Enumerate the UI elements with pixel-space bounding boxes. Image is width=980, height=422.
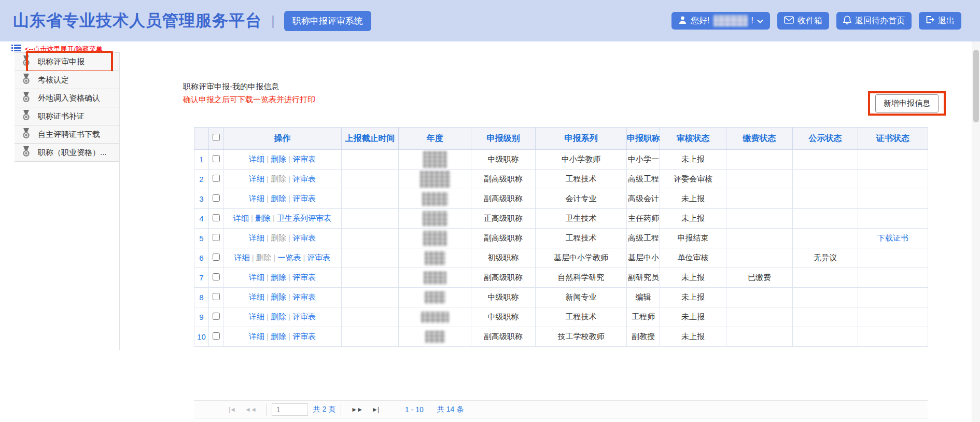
op-delete-link[interactable]: 删除 [271, 273, 286, 282]
row-checkbox[interactable] [213, 234, 220, 241]
first-page-button[interactable]: |◄ [229, 406, 235, 413]
op-detail-link[interactable]: 详细 [249, 273, 264, 282]
year-cell [399, 327, 471, 347]
payment-status-cell [726, 150, 793, 170]
row-checkbox[interactable] [213, 293, 220, 300]
sidebar-item-label: 职称证书补证 [38, 111, 85, 121]
op-delete-link[interactable]: 删除 [271, 292, 286, 301]
op-review-form-link[interactable]: 评审表 [292, 233, 316, 242]
op-delete-link[interactable]: 删除 [271, 332, 286, 341]
record-range-label: 1 - 10 [405, 405, 424, 414]
sidebar-item-2[interactable]: 考核认定 [15, 71, 119, 89]
sidebar-item-6[interactable]: 职称（职业资格）... [15, 144, 119, 162]
op-review-form-link[interactable]: 评审表 [292, 273, 316, 282]
last-page-button[interactable]: ►| [372, 406, 379, 413]
sidebar-item-3[interactable]: 外地调入资格确认 [15, 89, 119, 107]
add-declaration-button[interactable]: 新增申报信息 [875, 94, 939, 112]
op-review-form-link[interactable]: 评审表 [292, 312, 316, 321]
redacted-year [423, 151, 447, 168]
op-list-form-link[interactable]: 一览表 [277, 253, 301, 262]
row-select-cell [209, 327, 223, 347]
op-detail-link[interactable]: 详细 [234, 253, 250, 262]
operations-cell: 详细|删除|卫生系列评审表 [223, 209, 342, 229]
screen: 山东省专业技术人员管理服务平台 | 职称申报评审系统 您好! ! 收件箱 [0, 0, 980, 422]
op-separator: | [288, 194, 290, 203]
sidebar-item-4[interactable]: 职称证书补证 [15, 107, 119, 125]
medal-icon [22, 92, 30, 105]
op-detail-link[interactable]: 详细 [249, 332, 264, 341]
certificate-cell [858, 170, 928, 189]
op-separator: | [303, 253, 305, 262]
op-review-form-link[interactable]: 评审表 [292, 174, 316, 183]
title-divider: | [271, 13, 275, 29]
row-checkbox[interactable] [213, 175, 220, 182]
row-checkbox[interactable] [213, 273, 220, 280]
op-detail-link[interactable]: 详细 [249, 233, 264, 242]
series-cell: 技工学校教师 [536, 327, 627, 347]
row-checkbox[interactable] [213, 313, 220, 320]
publicity-status-cell [793, 209, 858, 229]
title-cell: 副教授 [627, 327, 660, 347]
op-delete-link[interactable]: 删除 [255, 214, 271, 222]
op-detail-link[interactable]: 详细 [249, 312, 264, 321]
inbox-button[interactable]: 收件箱 [777, 12, 829, 30]
redacted-year [420, 171, 450, 188]
row-checkbox[interactable] [213, 254, 220, 261]
op-separator: | [267, 332, 269, 341]
sidebar: 职称评审申报考核认定外地调入资格确认职称证书补证自主评聘证书下载职称（职业资格）… [15, 52, 119, 162]
year-cell [399, 150, 471, 170]
row-select-cell [209, 268, 223, 288]
sidebar-item-5[interactable]: 自主评聘证书下载 [15, 125, 119, 144]
download-certificate-link[interactable]: 下载证书 [877, 233, 908, 242]
certificate-cell [858, 150, 928, 170]
op-review-form-link[interactable]: 评审表 [292, 154, 316, 163]
subsystem-button[interactable]: 职称申报评审系统 [284, 11, 371, 31]
op-detail-link[interactable]: 详细 [249, 174, 264, 183]
op-detail-link[interactable]: 详细 [249, 194, 264, 203]
scrollbar-thumb[interactable] [973, 50, 979, 122]
medal-icon [22, 146, 30, 159]
sidebar-item-1[interactable]: 职称评审申报 [15, 53, 119, 71]
page-number-input[interactable] [272, 403, 308, 416]
logout-button[interactable]: 退出 [919, 12, 961, 30]
certificate-cell: 下载证书 [858, 229, 928, 248]
redacted-year [425, 251, 445, 265]
op-separator: | [267, 154, 269, 163]
level-cell: 中级职称 [471, 307, 536, 327]
year-cell [399, 189, 471, 209]
audit-status-cell: 申报结束 [660, 229, 726, 248]
op-health-series-review-form-link[interactable]: 卫生系列评审表 [277, 214, 331, 222]
row-checkbox[interactable] [213, 332, 220, 340]
op-review-form-link[interactable]: 评审表 [307, 253, 330, 262]
table-head: 操作上报截止时间年度申报级别申报系列申报职称审核状态缴费状态公示状态证书状态 [194, 128, 928, 150]
op-review-form-link[interactable]: 评审表 [292, 194, 316, 203]
column-header: 上报截止时间 [342, 128, 399, 150]
title-cell: 高级工程 [627, 170, 660, 189]
next-page-button[interactable]: ►► [351, 406, 362, 413]
user-menu-button[interactable]: 您好! ! [671, 12, 770, 30]
op-delete-link[interactable]: 删除 [271, 312, 286, 321]
op-review-form-link[interactable]: 评审表 [292, 332, 316, 341]
series-cell: 工程技术 [536, 170, 627, 189]
row-checkbox[interactable] [213, 194, 220, 202]
title-cell: 高级会计 [627, 189, 660, 209]
back-home-button[interactable]: 返回待办首页 [836, 12, 912, 30]
op-detail-link[interactable]: 详细 [249, 154, 264, 163]
op-review-form-link[interactable]: 评审表 [292, 292, 316, 301]
prev-page-button[interactable]: ◄◄ [245, 406, 256, 413]
series-cell: 新闻专业 [536, 288, 627, 307]
vertical-scrollbar[interactable] [972, 41, 980, 422]
op-detail-link[interactable]: 详细 [233, 214, 249, 222]
section-note: 确认申报之后可下载一览表并进行打印 [183, 95, 315, 105]
row-select-cell [209, 229, 223, 248]
op-separator: | [252, 253, 254, 262]
series-cell: 卫生技术 [536, 209, 627, 229]
row-checkbox[interactable] [213, 155, 220, 162]
op-detail-link[interactable]: 详细 [249, 292, 264, 301]
audit-status-cell: 未上报 [660, 209, 726, 229]
row-number-header [194, 128, 209, 150]
op-delete-link[interactable]: 删除 [271, 154, 286, 163]
op-delete-link[interactable]: 删除 [271, 194, 286, 203]
row-checkbox[interactable] [213, 214, 220, 221]
select-all-checkbox[interactable] [213, 134, 220, 141]
